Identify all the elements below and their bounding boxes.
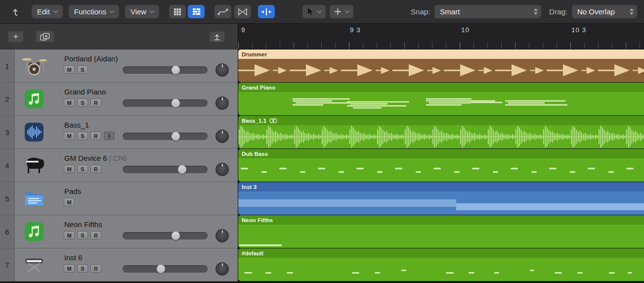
crosshair-tool-icon bbox=[334, 8, 342, 15]
marquee-tool-button[interactable] bbox=[234, 5, 251, 18]
add-track-label: + bbox=[13, 32, 18, 42]
bar-ruler[interactable]: 9 9 3 10 10 3 bbox=[238, 24, 644, 49]
record-enable-button[interactable]: R bbox=[90, 264, 101, 273]
track-number: 5 bbox=[0, 182, 15, 215]
automation-icon bbox=[217, 7, 228, 16]
track-lane-4[interactable]: Dub Bass bbox=[238, 149, 644, 182]
chevron-down-icon bbox=[345, 8, 350, 13]
track-lane-1[interactable]: Drummer bbox=[238, 49, 644, 83]
volume-slider-thumb[interactable] bbox=[178, 165, 186, 174]
track-header-6[interactable]: 6 Neon Fifths M S R bbox=[0, 215, 238, 248]
list-view-button[interactable] bbox=[188, 5, 205, 18]
track-name: GM Device 6 | Ch6 bbox=[64, 154, 127, 162]
pack-track-header-button[interactable] bbox=[209, 31, 225, 43]
record-enable-button[interactable]: R bbox=[90, 132, 101, 140]
list-view-icon bbox=[192, 8, 201, 15]
volume-slider[interactable] bbox=[123, 99, 208, 107]
track-list-header: + bbox=[0, 24, 238, 49]
record-enable-button[interactable]: R bbox=[90, 231, 101, 239]
record-enable-button[interactable]: R bbox=[90, 165, 101, 173]
mute-button[interactable]: M bbox=[64, 98, 75, 107]
edit-menu-button[interactable]: Edit bbox=[32, 5, 63, 18]
record-enable-button[interactable]: R bbox=[90, 98, 101, 107]
snap-select[interactable]: Smart bbox=[434, 5, 541, 18]
track-lane-3[interactable]: Bass_1.1 bbox=[238, 116, 644, 149]
volume-slider[interactable] bbox=[123, 133, 208, 140]
duplicate-track-button[interactable] bbox=[36, 31, 54, 43]
mute-button[interactable]: M bbox=[64, 231, 75, 239]
grid-view-icon bbox=[173, 8, 181, 16]
view-menu-button[interactable]: View bbox=[125, 5, 159, 18]
region-dub-bass[interactable]: Dub Bass bbox=[238, 149, 644, 182]
volume-slider-thumb[interactable] bbox=[172, 132, 180, 141]
pointer-tool-button[interactable] bbox=[302, 5, 326, 18]
region-neon-fifths[interactable]: Neon Fifths bbox=[238, 215, 644, 248]
input-monitor-button[interactable]: I bbox=[104, 132, 115, 140]
volume-slider[interactable] bbox=[123, 166, 208, 173]
chevron-down-icon bbox=[109, 8, 114, 13]
grid-view-button[interactable] bbox=[169, 5, 186, 18]
track-header-5[interactable]: 5 Pads M bbox=[0, 182, 238, 215]
midi-note-icon bbox=[20, 220, 48, 243]
track-header-3[interactable]: 3 Bass_1 M S R I bbox=[0, 116, 238, 149]
region-drummer[interactable]: Drummer bbox=[238, 49, 644, 82]
solo-button[interactable]: S bbox=[77, 165, 88, 173]
synth-keyboard-icon bbox=[20, 253, 48, 276]
solo-button[interactable]: S bbox=[77, 65, 88, 74]
volume-slider-thumb[interactable] bbox=[157, 265, 165, 273]
track-lane-6[interactable]: Neon Fifths bbox=[238, 215, 644, 248]
chevron-down-icon bbox=[150, 8, 155, 13]
volume-slider[interactable] bbox=[123, 66, 208, 74]
drag-value: No Overlap bbox=[577, 7, 615, 16]
solo-button[interactable]: S bbox=[77, 264, 88, 273]
solo-button[interactable]: S bbox=[77, 132, 88, 140]
up-arrow-icon bbox=[10, 7, 20, 17]
pan-knob[interactable] bbox=[215, 163, 229, 176]
solo-button[interactable]: S bbox=[77, 231, 88, 239]
region-label: Inst 3 bbox=[242, 184, 257, 190]
pan-knob[interactable] bbox=[215, 96, 229, 110]
volume-slider-thumb[interactable] bbox=[172, 99, 180, 107]
solo-button[interactable]: S bbox=[77, 98, 88, 107]
track-header-2[interactable]: 2 Grand Piano M S R bbox=[0, 83, 238, 116]
mute-button[interactable]: M bbox=[64, 132, 75, 140]
region-grand-piano[interactable]: Grand Piano bbox=[238, 83, 644, 115]
mute-button[interactable]: M bbox=[64, 165, 75, 173]
automation-button[interactable] bbox=[215, 5, 231, 18]
region-default[interactable]: #default bbox=[238, 248, 644, 281]
functions-menu-button[interactable]: Functions bbox=[69, 5, 119, 18]
volume-slider[interactable] bbox=[123, 232, 208, 239]
region-inst3[interactable]: Inst 3 bbox=[238, 182, 644, 215]
region-label: #default bbox=[242, 250, 263, 256]
drag-select[interactable]: No Overlap bbox=[572, 5, 637, 18]
track-lane-7[interactable]: #default bbox=[238, 248, 644, 282]
flex-button[interactable] bbox=[258, 5, 275, 18]
pan-knob[interactable] bbox=[215, 229, 229, 242]
folder-icon bbox=[20, 187, 48, 210]
duplicate-track-icon bbox=[40, 33, 50, 41]
track-header-7[interactable]: 7 Inst 6 M S R bbox=[0, 248, 238, 282]
ruler-mark: 10 bbox=[461, 26, 470, 34]
pan-knob[interactable] bbox=[215, 63, 229, 77]
track-lane-5[interactable]: Inst 3 bbox=[238, 182, 644, 215]
snap-label: Snap: bbox=[411, 7, 430, 16]
midi-notes bbox=[238, 258, 644, 281]
mute-button[interactable]: M bbox=[64, 198, 75, 206]
volume-slider-thumb[interactable] bbox=[172, 232, 180, 240]
pan-knob[interactable] bbox=[215, 262, 229, 276]
chevron-down-icon bbox=[53, 8, 58, 13]
pan-knob[interactable] bbox=[215, 130, 229, 143]
command-click-tool-button[interactable] bbox=[330, 5, 353, 18]
volume-slider-thumb[interactable] bbox=[172, 66, 180, 74]
mute-button[interactable]: M bbox=[64, 65, 75, 74]
mute-button[interactable]: M bbox=[64, 264, 75, 273]
drum-kit-icon bbox=[20, 54, 48, 77]
back-arrow-button[interactable] bbox=[7, 5, 24, 18]
track-number: 7 bbox=[0, 248, 15, 281]
add-track-button[interactable]: + bbox=[8, 31, 24, 43]
track-header-4[interactable]: 4 GM Device 6 | Ch6 M S R bbox=[0, 149, 238, 182]
region-bass[interactable]: Bass_1.1 bbox=[238, 116, 644, 148]
track-lane-2[interactable]: Grand Piano bbox=[238, 83, 644, 116]
volume-slider[interactable] bbox=[123, 265, 208, 273]
track-header-1[interactable]: 1 Portland (Aidan) M S bbox=[0, 49, 238, 83]
